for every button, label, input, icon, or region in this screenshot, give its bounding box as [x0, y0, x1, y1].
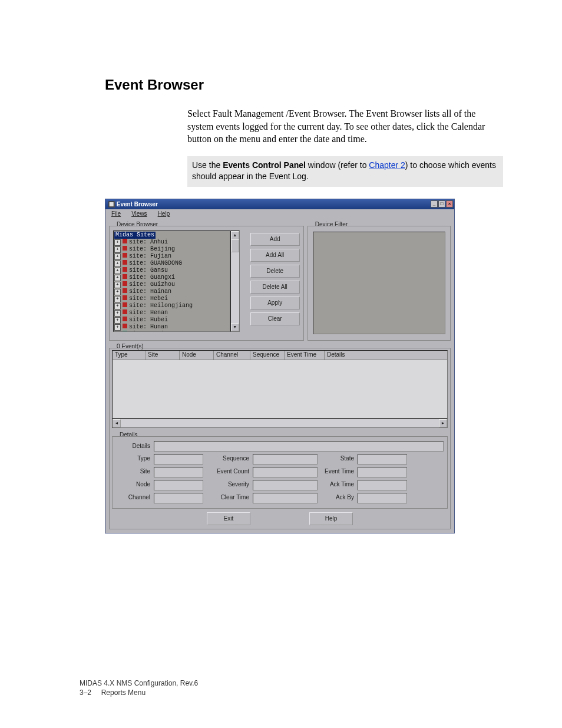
label-node: Node	[117, 480, 151, 490]
note-text-pre: Use the	[192, 160, 223, 170]
clear-button[interactable]: Clear	[250, 312, 300, 325]
expand-icon[interactable]: +	[114, 246, 121, 253]
site-tree[interactable]: Midas Sites +site: Anhui +site: Beijing …	[113, 230, 230, 332]
events-h-scrollbar[interactable]: ◄ ►	[112, 419, 448, 428]
events-table-body[interactable]	[112, 360, 448, 419]
expand-icon[interactable]: +	[114, 268, 121, 274]
tree-item[interactable]: site: Hunan	[129, 324, 168, 330]
field-state[interactable]	[358, 454, 407, 465]
site-icon	[123, 246, 127, 251]
delete-all-button[interactable]: Delete All	[250, 281, 300, 294]
help-button[interactable]: Help	[309, 512, 353, 525]
label-site: Site	[117, 467, 151, 477]
field-type[interactable]	[154, 454, 203, 465]
exit-button[interactable]: Exit	[207, 512, 250, 525]
label-event-count: Event Count	[206, 467, 250, 477]
label-state: State	[320, 454, 355, 465]
menu-bar: File Views Help	[105, 209, 454, 218]
device-filter-list[interactable]	[313, 232, 445, 334]
label-event-time: Event Time	[320, 467, 355, 477]
field-channel[interactable]	[154, 493, 203, 503]
expand-icon[interactable]: +	[114, 253, 121, 260]
field-site[interactable]	[154, 467, 203, 477]
tree-item[interactable]: site: Guangxi	[129, 274, 175, 281]
tree-item[interactable]: site: Hainan	[129, 288, 171, 295]
col-event-time[interactable]: Event Time	[285, 351, 325, 360]
label-type: Type	[117, 454, 151, 465]
window-title: 🔲 Event Browser	[108, 201, 158, 207]
site-icon	[123, 239, 127, 243]
col-details[interactable]: Details	[325, 351, 447, 360]
col-node[interactable]: Node	[180, 351, 214, 360]
field-ack-time[interactable]	[358, 480, 407, 490]
expand-icon[interactable]: +	[114, 282, 121, 288]
apply-button[interactable]: Apply	[250, 297, 300, 309]
scroll-down-button[interactable]: ▼	[231, 323, 239, 331]
field-node[interactable]	[154, 480, 203, 490]
scroll-right-button[interactable]: ►	[439, 419, 447, 427]
site-icon	[123, 288, 127, 293]
tree-root[interactable]: Midas Sites	[114, 232, 156, 239]
label-details: Details	[116, 442, 151, 451]
device-filter-group	[308, 226, 451, 341]
field-ack-by[interactable]	[358, 493, 407, 503]
add-button[interactable]: Add	[250, 233, 300, 246]
field-sequence[interactable]	[253, 454, 318, 465]
label-ack-time: Ack Time	[320, 480, 355, 490]
field-severity[interactable]	[253, 480, 318, 490]
menu-help[interactable]: Help	[158, 210, 170, 217]
expand-icon[interactable]: +	[114, 275, 121, 281]
col-channel[interactable]: Channel	[214, 351, 250, 360]
menu-views[interactable]: Views	[131, 210, 147, 217]
site-icon	[123, 253, 127, 258]
col-type[interactable]: Type	[113, 351, 146, 360]
window-titlebar: 🔲 Event Browser _ □ ×	[105, 199, 454, 209]
expand-icon[interactable]: +	[114, 261, 121, 267]
note-bold: Events Control Panel	[223, 160, 306, 170]
expand-icon[interactable]: -	[114, 331, 121, 332]
expand-icon[interactable]: +	[114, 296, 121, 302]
note-text-mid: window (refer to	[306, 160, 369, 170]
expand-icon[interactable]: +	[114, 317, 121, 324]
tree-item[interactable]: site: Anhui	[129, 239, 168, 245]
tree-item[interactable]: site: Fujian	[129, 253, 171, 259]
field-details[interactable]	[154, 441, 444, 452]
tree-item[interactable]: site: Henan	[129, 309, 168, 316]
expand-icon[interactable]: +	[114, 324, 121, 331]
event-browser-window: 🔲 Event Browser _ □ × File Views Help Mi…	[105, 199, 455, 533]
window-minimize-button[interactable]: _	[431, 200, 438, 207]
site-icon	[123, 302, 127, 307]
expand-icon[interactable]: +	[114, 239, 121, 246]
delete-button[interactable]: Delete	[250, 265, 300, 278]
field-event-time[interactable]	[358, 467, 407, 477]
col-site[interactable]: Site	[146, 351, 180, 360]
scroll-up-button[interactable]: ▲	[231, 231, 239, 239]
scroll-thumb[interactable]	[231, 239, 239, 252]
field-event-count[interactable]	[253, 467, 318, 477]
page-footer: MIDAS 4.X NMS Configuration, Rev.6 3–2 R…	[80, 678, 198, 697]
window-close-button[interactable]: ×	[446, 200, 453, 207]
window-maximize-button[interactable]: □	[438, 200, 445, 207]
tree-item[interactable]: site: Guizhou	[129, 281, 175, 288]
tree-item[interactable]: site: Hebei	[129, 295, 168, 302]
add-all-button[interactable]: Add All	[250, 249, 300, 262]
tree-item[interactable]: site: Gansu	[129, 267, 168, 274]
site-icon	[123, 267, 127, 272]
col-sequence[interactable]: Sequence	[250, 351, 285, 360]
field-clear-time[interactable]	[253, 493, 318, 503]
tree-item[interactable]: site: Hubei	[129, 317, 168, 323]
tree-item[interactable]: site: Javier2	[129, 331, 175, 332]
menu-file[interactable]: File	[111, 210, 121, 217]
scroll-left-button[interactable]: ◄	[113, 419, 121, 427]
tree-item[interactable]: site: Beijing	[129, 246, 175, 252]
site-icon	[123, 317, 127, 321]
expand-icon[interactable]: +	[114, 310, 121, 317]
tree-item[interactable]: site: Heilongjiang	[129, 302, 193, 309]
details-group: Details Type Sequence State Site Event C…	[112, 436, 448, 509]
chapter-link[interactable]: Chapter 2	[369, 160, 405, 170]
expand-icon[interactable]: +	[114, 289, 121, 295]
expand-icon[interactable]: +	[114, 303, 121, 309]
events-table-header: Type Site Node Channel Sequence Event Ti…	[112, 350, 448, 360]
tree-item[interactable]: site: GUANGDONG	[129, 260, 182, 266]
tree-scrollbar[interactable]: ▲ ▼	[230, 230, 240, 332]
